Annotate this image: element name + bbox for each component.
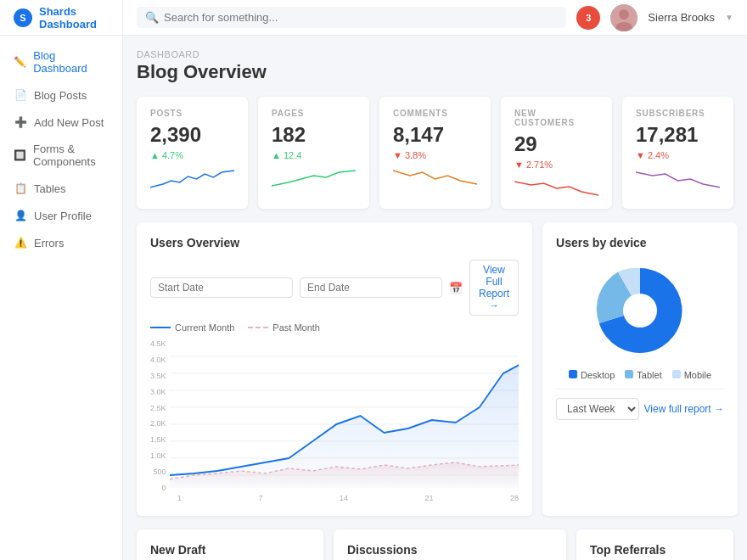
warning-icon: ⚠️	[14, 236, 27, 249]
chart-controls: 📅 View Full Report →	[150, 260, 519, 316]
header: 🔍 3 Sierra Brooks ▼	[123, 0, 747, 36]
legend-current: Current Month	[150, 322, 234, 333]
period-select[interactable]: Last Week Last Month Last Year	[556, 398, 639, 420]
stat-label-subscribers: SUBSCRIBERS	[636, 109, 720, 118]
logo-icon: S	[14, 8, 32, 27]
stat-change-posts: ▲ 4.7%	[150, 150, 234, 160]
sidebar-item-blog-posts[interactable]: 📄 Blog Posts	[0, 81, 122, 109]
users-overview-title: Users Overview	[150, 236, 519, 249]
discussions-card: Discussions J John Doe on Hello World! ·…	[334, 529, 566, 560]
sidebar-item-label: Errors	[34, 237, 64, 249]
legend-tablet: Tablet	[625, 370, 661, 380]
sparkline-posts	[150, 164, 234, 191]
svg-point-11	[623, 294, 657, 328]
chart-legend: Current Month Past Month	[150, 322, 519, 333]
stat-change-pages: ▲ 12.4	[272, 150, 356, 160]
logo-text: Shards Dashboard	[39, 5, 109, 31]
legend-past-label: Past Month	[272, 322, 320, 333]
stat-card-new-customers: NEW CUSTOMERS 29 ▼ 2.71%	[501, 97, 612, 209]
calendar-icon: 📅	[449, 282, 463, 294]
users-by-device-col: Users by device	[542, 222, 738, 516]
svg-point-1	[619, 9, 629, 20]
legend-desktop: Desktop	[569, 370, 615, 380]
sidebar: S Shards Dashboard ✏️ Blog Dashboard 📄 B…	[0, 0, 123, 560]
user-name: Sierra Brooks	[648, 11, 715, 24]
legend-mobile: Mobile	[672, 370, 711, 380]
pie-chart-container	[556, 260, 724, 361]
user-icon: 👤	[14, 209, 27, 222]
sidebar-nav: ✏️ Blog Dashboard 📄 Blog Posts ➕ Add New…	[0, 36, 122, 263]
sidebar-logo: S Shards Dashboard	[0, 0, 122, 36]
view-full-report-button[interactable]: View Full Report →	[469, 260, 519, 316]
stat-card-subscribers: SUBSCRIBERS 17,281 ▼ 2.4%	[622, 97, 733, 209]
stat-change-comments: ▼ 3.8%	[393, 150, 477, 160]
stat-card-pages: PAGES 182 ▲ 12.4	[258, 97, 369, 209]
sidebar-item-user-profile[interactable]: 👤 User Profile	[0, 202, 122, 229]
sidebar-item-add-new-post[interactable]: ➕ Add New Post	[0, 109, 122, 136]
top-referrals-title: Top Referrals	[590, 543, 720, 557]
stat-change-subscribers: ▼ 2.4%	[636, 150, 720, 160]
tables-icon: 📋	[14, 182, 27, 195]
sidebar-item-label: Forms & Components	[33, 143, 109, 168]
legend-solid-line	[150, 327, 171, 328]
sidebar-item-errors[interactable]: ⚠️ Errors	[0, 229, 122, 256]
pie-chart	[589, 260, 691, 361]
users-by-device-title: Users by device	[556, 236, 724, 249]
notification-badge[interactable]: 3	[576, 6, 600, 30]
document-icon: 📄	[14, 88, 27, 102]
chart-wrap: 4.5K4.0K3.5K3.0K2.5K 2.0K1.5K1.0K5000	[150, 339, 519, 492]
middle-row: Users Overview 📅 View Full Report → Curr…	[137, 222, 733, 516]
pie-legend: Desktop Tablet Mobile	[556, 370, 724, 380]
bottom-row: New Draft Discussions J John Doe on Hel	[137, 529, 733, 560]
new-draft-card: New Draft	[137, 529, 323, 560]
stat-label-new-customers: NEW CUSTOMERS	[514, 109, 598, 127]
stat-value-subscribers: 17,281	[636, 123, 720, 147]
line-chart	[170, 339, 520, 492]
legend-dashed-line	[248, 327, 268, 328]
stat-value-comments: 8,147	[393, 123, 477, 147]
users-by-device-card: Users by device	[542, 222, 738, 516]
sidebar-item-forms[interactable]: 🔲 Forms & Components	[0, 136, 122, 175]
forms-icon: 🔲	[14, 148, 26, 162]
users-overview-card: Users Overview 📅 View Full Report → Curr…	[137, 222, 532, 516]
start-date-input[interactable]	[150, 277, 293, 298]
top-referrals-card: Top Referrals GitHub19,291Stack Overflow…	[576, 529, 733, 560]
stat-label-comments: COMMENTS	[393, 109, 477, 118]
stat-change-new-customers: ▼ 2.71%	[514, 160, 598, 170]
end-date-input[interactable]	[300, 277, 442, 298]
content-area: DASHBOARD Blog Overview POSTS 2,390 ▲ 4.…	[123, 36, 747, 560]
stat-card-comments: COMMENTS 8,147 ▼ 3.8%	[379, 97, 491, 209]
breadcrumb: DASHBOARD	[137, 49, 733, 59]
stat-label-posts: POSTS	[150, 109, 234, 118]
sidebar-item-label: Add New Post	[34, 116, 104, 129]
search-box[interactable]: 🔍	[137, 7, 566, 28]
stat-value-new-customers: 29	[514, 132, 598, 156]
pencil-icon: ✏️	[14, 55, 26, 69]
sparkline-new-customers	[514, 173, 598, 200]
sparkline-subscribers	[636, 164, 720, 191]
avatar[interactable]	[610, 4, 637, 31]
header-right: 3 Sierra Brooks ▼	[576, 4, 733, 31]
sidebar-item-tables[interactable]: 📋 Tables	[0, 175, 122, 202]
discussions-title: Discussions	[347, 543, 553, 557]
search-input[interactable]	[164, 11, 558, 24]
stat-value-pages: 182	[272, 123, 356, 147]
search-icon: 🔍	[145, 11, 159, 24]
new-draft-title: New Draft	[150, 543, 310, 557]
notification-icon: 3	[576, 6, 600, 30]
sidebar-item-label: Blog Dashboard	[33, 49, 109, 75]
pie-controls: Last Week Last Month Last Year View full…	[556, 389, 724, 420]
legend-past: Past Month	[248, 322, 320, 333]
page-title: Blog Overview	[137, 61, 733, 83]
x-axis: 17142128	[150, 494, 519, 502]
sidebar-item-blog-dashboard[interactable]: ✏️ Blog Dashboard	[0, 42, 122, 81]
view-full-report-link[interactable]: View full report →	[644, 403, 724, 415]
main-area: 🔍 3 Sierra Brooks ▼ DASH	[123, 0, 747, 560]
users-overview-col: Users Overview 📅 View Full Report → Curr…	[137, 222, 532, 516]
stat-value-posts: 2,390	[150, 123, 234, 147]
legend-current-label: Current Month	[175, 322, 234, 333]
sidebar-item-label: Blog Posts	[34, 89, 87, 102]
y-axis: 4.5K4.0K3.5K3.0K2.5K 2.0K1.5K1.0K5000	[150, 339, 170, 492]
sidebar-item-label: User Profile	[34, 210, 92, 222]
app-container: S Shards Dashboard ✏️ Blog Dashboard 📄 B…	[0, 0, 747, 560]
